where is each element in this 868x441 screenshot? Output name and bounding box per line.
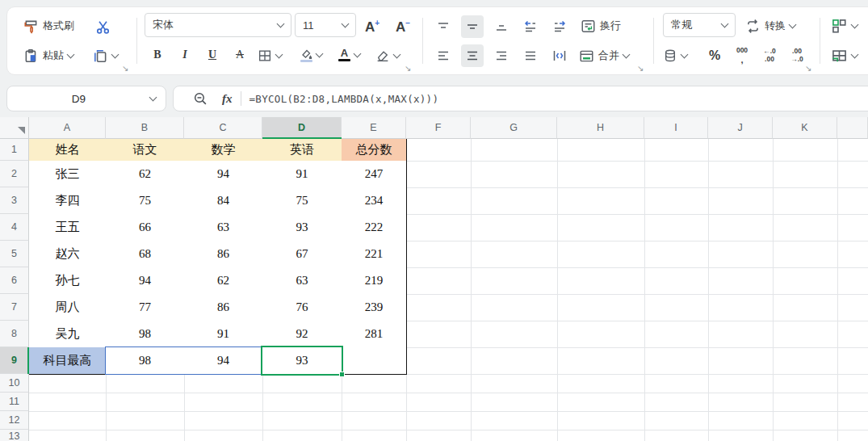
column-header-J[interactable]: J xyxy=(708,117,773,139)
percent-button[interactable]: % xyxy=(703,44,726,67)
cell-C3[interactable]: 84 xyxy=(184,187,263,215)
select-all-corner[interactable] xyxy=(0,117,29,139)
align-top-button[interactable] xyxy=(432,15,455,38)
font-dialog-launcher-icon[interactable] xyxy=(405,64,414,74)
cell-C2[interactable]: 94 xyxy=(184,161,263,188)
cell-A6[interactable]: 孙七 xyxy=(29,267,107,295)
cell-A5[interactable]: 赵六 xyxy=(29,241,107,268)
number-dialog-launcher-icon[interactable] xyxy=(805,64,815,74)
insert-cells-button[interactable] xyxy=(831,14,858,38)
decrease-decimal-button[interactable]: ←.0.00 xyxy=(758,44,781,67)
fill-color-button[interactable] xyxy=(300,43,322,67)
cell-D7[interactable]: 76 xyxy=(262,294,342,321)
cell-D8[interactable]: 92 xyxy=(262,321,342,348)
wrap-text-button[interactable]: 换行 xyxy=(581,14,621,38)
row-header-4[interactable]: 4 xyxy=(0,214,29,241)
cell-B5[interactable]: 68 xyxy=(106,241,185,268)
cell-C7[interactable]: 86 xyxy=(184,294,263,321)
cell-E7[interactable]: 239 xyxy=(342,294,407,321)
align-middle-button[interactable] xyxy=(461,15,484,38)
column-header-B[interactable]: B xyxy=(106,117,184,139)
cell-C5[interactable]: 86 xyxy=(184,241,263,268)
cell-A2[interactable]: 张三 xyxy=(29,161,107,188)
cell-E1[interactable]: 总分数 xyxy=(342,139,407,162)
row-header-1[interactable]: 1 xyxy=(0,139,29,161)
cell-A1[interactable]: 姓名 xyxy=(29,139,107,162)
cell-A4[interactable]: 王五 xyxy=(29,214,107,242)
font-name-select[interactable]: 宋体 xyxy=(145,13,291,37)
row-header-5[interactable]: 5 xyxy=(0,241,29,267)
cell-C9[interactable]: 94 xyxy=(184,347,263,375)
thousands-separator-button[interactable]: 000, xyxy=(731,44,753,67)
fx-icon[interactable]: fx xyxy=(222,92,233,106)
font-color-button[interactable]: A xyxy=(338,43,360,67)
column-header-I[interactable]: I xyxy=(644,117,708,139)
name-box-dropdown-icon[interactable] xyxy=(149,94,157,102)
fill-handle[interactable] xyxy=(339,372,345,377)
row-header-9[interactable]: 9 xyxy=(0,347,29,374)
decrease-indent-button[interactable] xyxy=(519,15,542,38)
column-header-G[interactable]: G xyxy=(471,117,557,139)
cell-E3[interactable]: 234 xyxy=(342,187,407,215)
cell-E2[interactable]: 247 xyxy=(342,161,407,188)
column-header-C[interactable]: C xyxy=(184,117,262,139)
column-header-F[interactable]: F xyxy=(406,117,471,139)
justify-button[interactable] xyxy=(519,44,542,67)
cell-D5[interactable]: 67 xyxy=(262,241,342,268)
paste-dropdown-icon[interactable] xyxy=(67,51,75,59)
row-header-2[interactable]: 2 xyxy=(0,161,29,187)
cell-B8[interactable]: 98 xyxy=(106,321,185,348)
column-header-A[interactable]: A xyxy=(29,117,106,139)
row-header-6[interactable]: 6 xyxy=(0,267,29,294)
column-header-E[interactable]: E xyxy=(342,117,406,139)
copy-button[interactable] xyxy=(93,44,118,68)
italic-button[interactable]: I xyxy=(174,44,196,66)
bold-button[interactable]: B xyxy=(146,44,169,66)
row-header-11[interactable]: 11 xyxy=(0,393,29,411)
cell-E6[interactable]: 219 xyxy=(342,267,407,295)
cell-B6[interactable]: 94 xyxy=(106,267,185,295)
increase-indent-button[interactable] xyxy=(548,15,571,38)
cut-button[interactable] xyxy=(91,15,114,38)
cell-B2[interactable]: 62 xyxy=(106,161,185,188)
distributed-button[interactable] xyxy=(548,44,571,67)
cell-B4[interactable]: 66 xyxy=(106,214,185,242)
column-header-D[interactable]: D xyxy=(262,117,342,139)
align-right-button[interactable] xyxy=(490,44,513,67)
cell-C1[interactable]: 数学 xyxy=(184,139,263,162)
cell-E5[interactable]: 221 xyxy=(342,241,407,268)
row-header-12[interactable]: 12 xyxy=(0,411,29,430)
cell-B1[interactable]: 语文 xyxy=(106,139,185,162)
cell-A7[interactable]: 周八 xyxy=(29,294,107,321)
column-header-partial[interactable] xyxy=(837,117,868,139)
strikethrough-button[interactable]: A xyxy=(229,44,251,66)
column-header-K[interactable]: K xyxy=(773,117,837,139)
decrease-font-button[interactable]: A− xyxy=(396,15,410,39)
increase-font-button[interactable]: A+ xyxy=(365,15,379,39)
eraser-button[interactable] xyxy=(375,44,400,68)
format-painter-button[interactable]: 格式刷 xyxy=(23,14,74,38)
cell-E9[interactable] xyxy=(342,347,407,375)
name-box[interactable]: D9 xyxy=(6,86,166,111)
rows-columns-button[interactable] xyxy=(831,44,858,68)
cell-A3[interactable]: 李四 xyxy=(29,187,107,215)
row-header-13[interactable]: 13 xyxy=(0,430,29,441)
alignment-dialog-launcher-icon[interactable] xyxy=(637,64,647,74)
cell-C8[interactable]: 91 xyxy=(184,321,263,348)
formula-bar[interactable]: fx =BYCOL(B2:D8,LAMBDA(x,MAX(x))) xyxy=(173,86,868,111)
underline-button[interactable]: U xyxy=(201,44,224,66)
convert-button[interactable]: 转换 xyxy=(745,14,795,38)
cell-E4[interactable]: 222 xyxy=(342,214,407,242)
cell-C6[interactable]: 62 xyxy=(184,267,263,295)
paste-button[interactable]: 粘贴 xyxy=(23,44,73,68)
cell-A9[interactable]: 科目最高 xyxy=(29,347,107,375)
copy-dropdown-icon[interactable] xyxy=(111,51,120,59)
row-header-8[interactable]: 8 xyxy=(0,321,29,347)
row-header-10[interactable]: 10 xyxy=(0,374,29,393)
cell-B7[interactable]: 77 xyxy=(106,294,185,321)
merge-cells-button[interactable]: 合并 xyxy=(579,44,629,68)
cell-D2[interactable]: 91 xyxy=(262,161,342,188)
currency-button[interactable] xyxy=(663,44,687,68)
cell-E8[interactable]: 281 xyxy=(342,321,407,348)
column-header-H[interactable]: H xyxy=(557,117,644,139)
